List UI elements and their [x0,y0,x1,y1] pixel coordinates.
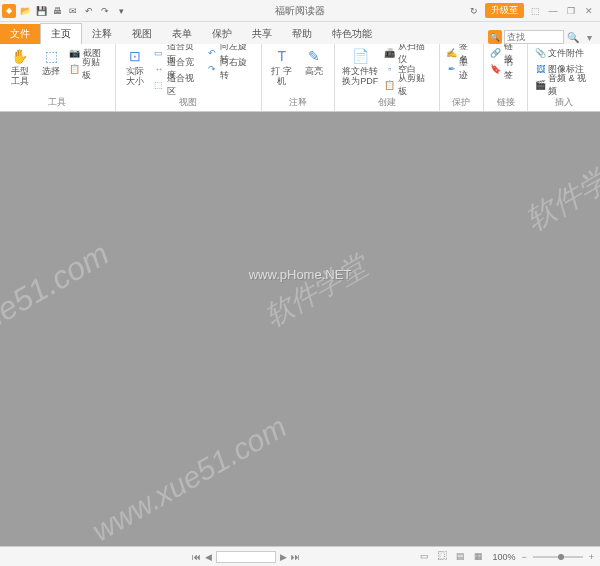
tab-share[interactable]: 共享 [242,24,282,44]
ribbon-group-protect: ✍签名 ✒墨迹 保护 [440,44,484,111]
tab-home[interactable]: 主页 [40,23,82,44]
last-page-button[interactable]: ⏭ [291,552,300,562]
fit-page-icon: ▭ [153,47,165,59]
app-logo-icon: ◆ [2,4,16,18]
view-mode-1-icon[interactable]: ▭ [420,551,432,563]
highlight-icon: ✎ [304,46,324,66]
group-label-create: 创建 [341,96,433,109]
audio-video-button[interactable]: 🎬音频 & 视频 [534,78,594,92]
scanner-icon: 📠 [384,47,396,59]
typewriter-button[interactable]: T 打 字机 [268,46,296,87]
rotate-right-button[interactable]: ↷向右旋转 [206,62,255,76]
quick-access-toolbar: ◆ 📂 💾 🖶 ✉ ↶ ↷ ▾ [0,4,128,18]
page-number-input[interactable] [216,551,276,563]
sign-icon: ✍ [446,47,458,59]
ribbon-group-comment: T 打 字机 ✎ 高亮 注释 [262,44,335,111]
from-clipboard-button[interactable]: 📋从剪贴板 [384,78,433,92]
view-mode-3-icon[interactable]: ▤ [456,551,468,563]
zoom-in-button[interactable]: + [589,552,594,562]
tab-help[interactable]: 帮助 [282,24,322,44]
titlebar: ◆ 📂 💾 🖶 ✉ ↶ ↷ ▾ 福昕阅读器 ↻ 升级至 ⬚ — ❐ ✕ [0,0,600,22]
group-label-comment: 注释 [268,96,328,109]
actual-size-button[interactable]: ⊡ 实际 大小 [122,46,149,87]
app-title: 福昕阅读器 [275,4,325,18]
search-dropdown-icon[interactable]: ▾ [582,30,596,44]
restore-button[interactable]: ❐ [564,4,578,18]
select-icon: ⬚ [41,46,61,66]
tab-extras[interactable]: 特色功能 [322,24,382,44]
group-label-tools: 工具 [6,96,109,109]
from-file-button[interactable]: 📄 将文件转 换为PDF [341,46,380,87]
tab-form[interactable]: 表单 [162,24,202,44]
hand-tool-button[interactable]: ✋ 手型 工具 [6,46,33,87]
group-label-insert: 插入 [534,96,594,109]
watermark-text: www. [585,506,600,546]
rotate-left-icon: ↶ [206,47,218,59]
redo-icon[interactable]: ↷ [98,4,112,18]
tab-view[interactable]: 视图 [122,24,162,44]
hand-icon: ✋ [10,46,30,66]
paste-icon: 📋 [384,79,396,91]
statusbar: ⏮ ◀ ▶ ⏭ ▭ ⿴ ▤ ▦ 100% − + [0,546,600,566]
from-scanner-button[interactable]: 📠从扫描仪 [384,46,433,60]
ribbon-group-links: 🔗链接 🔖书签 链接 [484,44,528,111]
media-icon: 🎬 [534,79,546,91]
watermark-text: 软件学堂 [258,247,374,336]
ribbon-group-tools: ✋ 手型 工具 ⬚ 选择 📷截图 📋剪贴板 工具 [0,44,116,111]
page-navigator: ⏮ ◀ ▶ ⏭ [192,551,300,563]
minimize-button[interactable]: — [546,4,560,18]
clipboard-icon: 📋 [69,63,81,75]
file-convert-icon: 📄 [350,46,370,66]
email-icon[interactable]: ✉ [66,4,80,18]
view-mode-2-icon[interactable]: ⿴ [438,551,450,563]
zoom-slider[interactable] [533,556,583,558]
sync-icon[interactable]: ↻ [467,4,481,18]
tab-file[interactable]: 文件 [0,24,40,44]
prev-page-button[interactable]: ◀ [205,552,212,562]
ink-icon: ✒ [446,63,458,75]
file-attach-button[interactable]: 📎文件附件 [534,46,594,60]
document-viewport[interactable]: xue51.com www.xue51.com 软件学堂 软件学堂 www. w… [0,112,600,546]
ribbon: ✋ 手型 工具 ⬚ 选择 📷截图 📋剪贴板 工具 ⊡ 实际 大小 ▭适合页面 ↔… [0,44,600,112]
status-right: ▭ ⿴ ▤ ▦ 100% − + [420,551,594,563]
search-prefix-icon: 🔍 [488,30,502,44]
actual-size-icon: ⊡ [125,46,145,66]
ribbon-tabbar: 文件 主页 注释 视图 表单 保护 共享 帮助 特色功能 🔍 🔍 ▾ [0,22,600,44]
ink-sign-button[interactable]: ✒墨迹 [446,62,477,76]
tab-comment[interactable]: 注释 [82,24,122,44]
link-icon: 🔗 [490,47,502,59]
watermark-text: xue51.com [0,235,115,345]
watermark-text: 软件学堂 [518,145,600,241]
clipboard-button[interactable]: 📋剪贴板 [69,62,109,76]
open-icon[interactable]: 📂 [18,4,32,18]
bookmark-button[interactable]: 🔖书签 [490,62,521,76]
fit-visible-button[interactable]: ⬚适合视区 [153,78,202,92]
group-label-links: 链接 [490,96,521,109]
highlight-button[interactable]: ✎ 高亮 [300,46,328,77]
search-button-icon[interactable]: 🔍 [566,30,580,44]
close-button[interactable]: ✕ [582,4,596,18]
titlebar-right: ↻ 升级至 ⬚ — ❐ ✕ [467,3,600,18]
qat-dropdown-icon[interactable]: ▾ [114,4,128,18]
zoom-out-button[interactable]: − [521,552,526,562]
next-page-button[interactable]: ▶ [280,552,287,562]
view-mode-4-icon[interactable]: ▦ [474,551,486,563]
print-icon[interactable]: 🖶 [50,4,64,18]
tab-protect[interactable]: 保护 [202,24,242,44]
undo-icon[interactable]: ↶ [82,4,96,18]
save-icon[interactable]: 💾 [34,4,48,18]
group-label-protect: 保护 [446,96,477,109]
select-tool-button[interactable]: ⬚ 选择 [37,46,64,77]
fit-width-icon: ↔ [153,63,165,75]
search-input[interactable] [504,30,564,44]
search-area: 🔍 🔍 ▾ [488,30,600,44]
rotate-right-icon: ↷ [206,63,218,75]
upgrade-button[interactable]: 升级至 [485,3,524,18]
center-watermark: www.pHome.NET [249,267,352,282]
ribbon-toggle-icon[interactable]: ⬚ [528,4,542,18]
first-page-button[interactable]: ⏮ [192,552,201,562]
zoom-handle[interactable] [558,554,564,560]
fit-visible-icon: ⬚ [153,79,165,91]
ribbon-group-insert: 📎文件附件 🖼图像标注 🎬音频 & 视频 插入 [528,44,600,111]
ribbon-group-view: ⊡ 实际 大小 ▭适合页面 ↔适合宽度 ⬚适合视区 ↶向左旋转 ↷向右旋转 视图 [116,44,262,111]
